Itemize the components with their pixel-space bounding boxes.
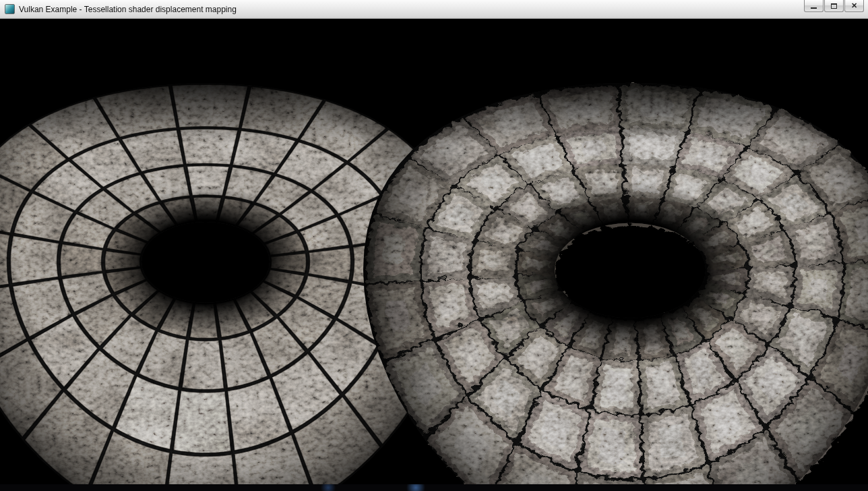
taskbar-strip[interactable] [0, 484, 868, 491]
close-button[interactable]: ✕ [844, 0, 864, 12]
vulkan-app-icon [5, 4, 15, 14]
torus-render-canvas [0, 19, 868, 484]
close-icon: ✕ [851, 2, 857, 9]
titlebar[interactable]: Vulkan Example - Tessellation shader dis… [0, 0, 868, 19]
app-window: Vulkan Example - Tessellation shader dis… [0, 0, 868, 491]
window-controls: ✕ [803, 0, 864, 12]
minimize-button[interactable] [804, 0, 824, 12]
window-title: Vulkan Example - Tessellation shader dis… [19, 5, 237, 14]
minimize-icon [811, 2, 817, 9]
maximize-icon [831, 3, 837, 9]
render-viewport[interactable] [0, 19, 868, 484]
maximize-button[interactable] [824, 0, 844, 12]
